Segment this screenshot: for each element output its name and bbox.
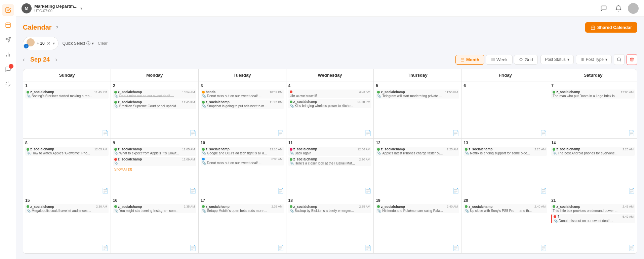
event-18-1[interactable]: z_socialchamp 2:35 AM 📎Backup by BioLite…	[288, 204, 372, 213]
event-2-1[interactable]: z_socialchamp 10:54 AM 📎Donut miss out o…	[113, 89, 196, 99]
event-12-1[interactable]: z_socialchamp 2:25 AM 📎Apple's latest iP…	[376, 147, 459, 156]
show-all-9[interactable]: Show All (3)	[113, 167, 196, 172]
accounts-dropdown-icon[interactable]: ▾	[53, 41, 55, 46]
event-11-1[interactable]: z_socialchamp 12:06 AM 📎Back again	[288, 147, 372, 156]
event-19-1[interactable]: z_socialchamp 2:40 AM 📎Nintendo and Poké…	[376, 204, 459, 213]
cell-footer-15: 📄	[102, 245, 109, 251]
cell-footer-12: 📄	[452, 187, 459, 194]
day-number-6: 6	[464, 83, 547, 88]
cal-cell-3: 3 bands 10:09 PM 📎Donut miss out on our …	[199, 81, 286, 139]
sidebar-item-calendar[interactable]	[2, 19, 14, 31]
day-number-3: 3	[201, 83, 284, 88]
sidebar: !	[0, 0, 16, 259]
sidebar-item-listening[interactable]	[2, 78, 14, 90]
quick-select-dropdown[interactable]: ▾	[92, 41, 94, 46]
month-view-button[interactable]: Month	[455, 55, 484, 65]
quick-select[interactable]: Quick Select ⓘ ▾	[63, 41, 94, 46]
header-thursday: Thursday	[374, 69, 461, 81]
cell-footer-16: 📄	[190, 245, 196, 251]
cal-cell-21: 21 z_socialchamp 2:45 AM This little box…	[549, 196, 637, 253]
event-10-1[interactable]: z_socialchamp 12:10 AM 📎Google and DOJ's…	[201, 147, 284, 156]
event-14-1[interactable]: z_socialchamp 2:25 AM 📎The best Android …	[551, 147, 635, 156]
event-20-1[interactable]: z_socialchamp 2:40 AM 📎Up close with Son…	[464, 204, 547, 213]
event-3-2[interactable]: z_socialchamp 11:45 PM 📎Snapchat is goin…	[201, 100, 284, 109]
notifications-icon[interactable]	[613, 3, 624, 14]
day-number-1: 1	[25, 83, 109, 88]
event-3-1[interactable]: bands 10:09 PM 📎Donut miss out on our sw…	[201, 89, 284, 99]
sidebar-item-analytics[interactable]	[2, 48, 14, 61]
event-5-1[interactable]: z_socialchamp 11:55 PM 📎Telegram will st…	[376, 89, 459, 99]
day-number-11: 11	[288, 141, 372, 145]
help-icon[interactable]: ?	[56, 25, 58, 30]
date-navigation: ‹ Sep 24 ›	[23, 56, 57, 63]
delete-button[interactable]	[627, 54, 637, 65]
brand-timezone: UTC-07:00	[34, 9, 78, 13]
clear-accounts-icon[interactable]: ✕	[47, 41, 51, 46]
event-9-2[interactable]: z_socialchamp 12:09 AM 📎	[113, 157, 196, 166]
sidebar-item-publish[interactable]	[2, 34, 14, 46]
day-number-18: 18	[288, 198, 372, 203]
event-2-2[interactable]: z_socialchamp 11:45 PM 📎Brazilian Suprem…	[113, 100, 196, 109]
event-4-1[interactable]: 3:28 AM Life as we know it!	[288, 89, 372, 98]
event-17-1[interactable]: z_socialchamp 2:35 AM 📎Setapp Mobile's o…	[201, 204, 284, 213]
event-9-1[interactable]: z_socialchamp 12:05 AM 📎What to expect f…	[113, 147, 196, 156]
cell-footer-14: 📄	[628, 187, 635, 194]
sidebar-item-messages[interactable]: !	[2, 63, 14, 75]
post-status-dropdown-icon: ▾	[567, 57, 569, 62]
event-7-1[interactable]: z_socialchamp 12:00 AM The man who put D…	[551, 89, 635, 99]
month-label: Month	[466, 57, 479, 62]
post-type-filter[interactable]: Post Type ▾	[576, 55, 612, 64]
quick-select-label: Quick Select	[63, 41, 85, 46]
prev-month-button[interactable]: ‹	[23, 56, 25, 63]
cal-cell-5: 5 z_socialchamp 11:55 PM 📎Telegram will …	[374, 81, 461, 139]
event-21-1[interactable]: z_socialchamp 2:45 AM This little box pr…	[551, 204, 635, 213]
event-4-2[interactable]: z_socialchamp 11:50 PM 📎Ki is bringing w…	[288, 99, 372, 108]
cal-cell-12: 12 z_socialchamp 2:25 AM 📎Apple's latest…	[374, 139, 461, 196]
event-21-2[interactable]: ? 5:49 AM 📎Donut miss out on our sweet d…	[551, 214, 635, 223]
cell-footer-10: 📄	[277, 187, 284, 194]
account-badge: i	[24, 44, 29, 48]
header-friday: Friday	[461, 69, 549, 81]
day-number-10: 10	[201, 141, 284, 145]
header-saturday: Saturday	[549, 69, 637, 81]
event-15-1[interactable]: z_socialchamp 2:30 AM 📎Megalopolis could…	[25, 204, 109, 213]
post-type-dropdown-icon: ▾	[605, 57, 607, 62]
cell-footer-21: 📄	[628, 245, 635, 251]
post-type-label: Post Type	[586, 57, 604, 62]
header-sunday: Sunday	[23, 69, 111, 81]
sidebar-item-tasks[interactable]	[2, 4, 14, 16]
cell-footer-19: 📄	[452, 245, 459, 251]
svg-line-11	[6, 82, 7, 83]
svg-point-33	[617, 58, 620, 61]
post-status-label: Post Status	[545, 57, 565, 62]
calendar-header: Sunday Monday Tuesday Wednesday Thursday…	[23, 69, 637, 81]
post-status-filter[interactable]: Post Status ▾	[540, 55, 573, 64]
event-16-1[interactable]: z_socialchamp 2:35 AM 📎You might start s…	[113, 204, 196, 213]
cell-footer-20: 📄	[540, 245, 547, 251]
brand-section: M Marketing Departm... UTC-07:00 ▾	[22, 3, 82, 13]
grid-view-button[interactable]: Grid	[514, 55, 538, 65]
day-number-12: 12	[376, 141, 459, 145]
svg-point-26	[520, 58, 522, 61]
next-month-button[interactable]: ›	[55, 56, 57, 63]
cell-footer-1: 📄	[102, 130, 109, 136]
event-13-1[interactable]: z_socialchamp 2:25 AM 📎Netflix is ending…	[464, 147, 547, 156]
messages-icon[interactable]	[598, 3, 609, 14]
svg-line-12	[9, 85, 10, 86]
event-1-1[interactable]: z_socialchamp 11:45 PM 📎Boeing's Starlin…	[25, 89, 109, 99]
search-button[interactable]	[614, 54, 625, 65]
clear-button[interactable]: Clear	[98, 41, 108, 46]
user-avatar[interactable]	[628, 3, 639, 14]
event-10-2[interactable]: 6:05 AM 📎Donut miss out on our sweet dea…	[201, 157, 284, 165]
event-8-1[interactable]: z_socialchamp 12:05 AM 📎How to watch App…	[25, 147, 109, 156]
event-11-2[interactable]: z_socialchamp 2:20 AM 📎Here's a closer l…	[288, 157, 372, 166]
header-monday: Monday	[111, 69, 199, 81]
cal-cell-17: 17 z_socialchamp 2:35 AM 📎Setapp Mobile'…	[199, 196, 286, 253]
day-number-5: 5	[376, 83, 459, 88]
shared-calendar-label: Shared Calendar	[597, 25, 632, 30]
brand-dropdown-icon[interactable]: ▾	[80, 6, 82, 11]
cal-cell-19: 19 z_socialchamp 2:40 AM 📎Nintendo and P…	[374, 196, 461, 253]
shared-calendar-button[interactable]: Shared Calendar	[585, 22, 637, 33]
week-view-button[interactable]: Week	[486, 55, 513, 65]
account-selector[interactable]: i + 10 ✕ ▾	[23, 37, 58, 50]
